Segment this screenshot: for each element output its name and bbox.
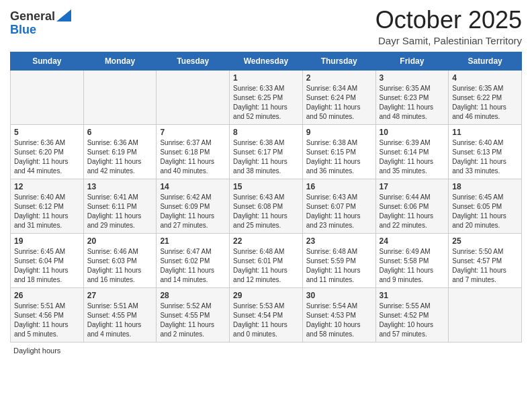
day-number: 19 [14,236,80,246]
day-info: Sunrise: 6:47 AM Sunset: 6:02 PM Dayligh… [160,247,226,285]
day-number: 14 [160,182,226,191]
day-number: 21 [160,236,226,246]
calendar-cell: 1Sunrise: 6:33 AM Sunset: 6:25 PM Daylig… [230,70,303,124]
calendar-cell: 29Sunrise: 5:53 AM Sunset: 4:54 PM Dayli… [230,287,303,342]
day-number: 24 [380,236,445,246]
day-number: 23 [306,236,372,246]
logo-blue-text: Blue [10,24,36,37]
calendar-cell: 12Sunrise: 6:40 AM Sunset: 6:12 PM Dayli… [11,179,84,233]
day-number: 2 [306,73,372,83]
calendar-cell: 18Sunrise: 6:45 AM Sunset: 6:05 PM Dayli… [449,179,522,233]
footer-note: Daylight hours [10,347,522,355]
day-number: 10 [380,128,445,137]
title-block: October 2025 Dayr Samit, Palestinian Ter… [375,7,522,46]
calendar-cell: 27Sunrise: 5:51 AM Sunset: 4:55 PM Dayli… [83,287,157,342]
day-info: Sunrise: 6:46 AM Sunset: 6:03 PM Dayligh… [87,247,153,285]
day-number: 9 [306,128,372,137]
day-info: Sunrise: 6:37 AM Sunset: 6:18 PM Dayligh… [160,138,226,176]
day-number: 16 [306,182,372,191]
calendar-week-row: 5Sunrise: 6:36 AM Sunset: 6:20 PM Daylig… [11,124,522,179]
day-number: 8 [233,128,299,137]
calendar-table: SundayMondayTuesdayWednesdayThursdayFrid… [10,52,522,342]
day-header-thursday: Thursday [302,52,375,70]
day-header-monday: Monday [83,52,157,70]
day-info: Sunrise: 6:35 AM Sunset: 6:23 PM Dayligh… [380,84,445,122]
calendar-cell: 22Sunrise: 6:48 AM Sunset: 6:01 PM Dayli… [230,233,303,287]
day-number: 15 [233,182,299,191]
calendar-cell: 30Sunrise: 5:54 AM Sunset: 4:53 PM Dayli… [302,287,375,342]
calendar-cell: 7Sunrise: 6:37 AM Sunset: 6:18 PM Daylig… [157,124,230,179]
day-info: Sunrise: 6:41 AM Sunset: 6:11 PM Dayligh… [87,193,153,230]
calendar-cell: 19Sunrise: 6:45 AM Sunset: 6:04 PM Dayli… [11,233,84,287]
calendar-cell: 13Sunrise: 6:41 AM Sunset: 6:11 PM Dayli… [83,179,157,233]
daylight-label: Daylight hours [13,347,60,355]
day-number: 27 [87,291,153,300]
day-info: Sunrise: 5:50 AM Sunset: 4:57 PM Dayligh… [452,247,518,285]
day-number: 20 [87,236,153,246]
day-info: Sunrise: 6:34 AM Sunset: 6:24 PM Dayligh… [306,84,372,122]
calendar-cell [11,70,84,124]
calendar-cell: 26Sunrise: 5:51 AM Sunset: 4:56 PM Dayli… [11,287,84,342]
day-info: Sunrise: 6:36 AM Sunset: 6:19 PM Dayligh… [87,138,153,176]
day-info: Sunrise: 5:51 AM Sunset: 4:55 PM Dayligh… [87,302,153,339]
day-number: 26 [14,291,80,300]
calendar-cell: 5Sunrise: 6:36 AM Sunset: 6:20 PM Daylig… [11,124,84,179]
location-subtitle: Dayr Samit, Palestinian Territory [375,35,522,46]
day-info: Sunrise: 5:55 AM Sunset: 4:52 PM Dayligh… [380,302,445,339]
day-info: Sunrise: 6:33 AM Sunset: 6:25 PM Dayligh… [233,84,299,122]
day-header-tuesday: Tuesday [157,52,230,70]
calendar-cell: 16Sunrise: 6:43 AM Sunset: 6:07 PM Dayli… [302,179,375,233]
day-info: Sunrise: 6:44 AM Sunset: 6:06 PM Dayligh… [380,193,445,230]
day-number: 25 [452,236,518,246]
calendar-cell: 28Sunrise: 5:52 AM Sunset: 4:55 PM Dayli… [157,287,230,342]
calendar-cell: 6Sunrise: 6:36 AM Sunset: 6:19 PM Daylig… [83,124,157,179]
calendar-cell: 10Sunrise: 6:39 AM Sunset: 6:14 PM Dayli… [375,124,449,179]
page-header: General Blue October 2025 Dayr Samit, Pa… [10,7,522,46]
day-info: Sunrise: 5:53 AM Sunset: 4:54 PM Dayligh… [233,302,299,339]
day-info: Sunrise: 6:49 AM Sunset: 5:58 PM Dayligh… [380,247,445,285]
day-number: 4 [452,73,518,83]
logo-general-text: General [10,10,55,24]
day-info: Sunrise: 6:45 AM Sunset: 6:04 PM Dayligh… [14,247,80,285]
day-number: 12 [14,182,80,191]
calendar-week-row: 19Sunrise: 6:45 AM Sunset: 6:04 PM Dayli… [11,233,522,287]
day-number: 6 [87,128,153,137]
svg-marker-0 [56,9,71,21]
logo-icon [56,9,71,21]
day-number: 18 [452,182,518,191]
day-header-saturday: Saturday [449,52,522,70]
day-info: Sunrise: 6:43 AM Sunset: 6:08 PM Dayligh… [233,193,299,230]
day-header-sunday: Sunday [11,52,84,70]
calendar-cell: 24Sunrise: 6:49 AM Sunset: 5:58 PM Dayli… [375,233,449,287]
calendar-cell: 8Sunrise: 6:38 AM Sunset: 6:17 PM Daylig… [230,124,303,179]
day-header-friday: Friday [375,52,449,70]
calendar-cell: 31Sunrise: 5:55 AM Sunset: 4:52 PM Dayli… [375,287,449,342]
day-info: Sunrise: 6:36 AM Sunset: 6:20 PM Dayligh… [14,138,80,176]
calendar-week-row: 12Sunrise: 6:40 AM Sunset: 6:12 PM Dayli… [11,179,522,233]
day-info: Sunrise: 6:40 AM Sunset: 6:13 PM Dayligh… [452,138,518,176]
day-info: Sunrise: 6:43 AM Sunset: 6:07 PM Dayligh… [306,193,372,230]
day-number: 31 [380,291,445,300]
calendar-cell: 2Sunrise: 6:34 AM Sunset: 6:24 PM Daylig… [302,70,375,124]
day-info: Sunrise: 6:42 AM Sunset: 6:09 PM Dayligh… [160,193,226,230]
calendar-cell: 4Sunrise: 6:35 AM Sunset: 6:22 PM Daylig… [449,70,522,124]
calendar-week-row: 26Sunrise: 5:51 AM Sunset: 4:56 PM Dayli… [11,287,522,342]
calendar-cell: 21Sunrise: 6:47 AM Sunset: 6:02 PM Dayli… [157,233,230,287]
day-info: Sunrise: 5:52 AM Sunset: 4:55 PM Dayligh… [160,302,226,339]
calendar-cell: 23Sunrise: 6:48 AM Sunset: 5:59 PM Dayli… [302,233,375,287]
calendar-cell [83,70,157,124]
day-number: 11 [452,128,518,137]
day-number: 1 [233,73,299,83]
day-number: 7 [160,128,226,137]
calendar-cell: 11Sunrise: 6:40 AM Sunset: 6:13 PM Dayli… [449,124,522,179]
day-info: Sunrise: 6:48 AM Sunset: 6:01 PM Dayligh… [233,247,299,285]
day-info: Sunrise: 6:45 AM Sunset: 6:05 PM Dayligh… [452,193,518,230]
calendar-week-row: 1Sunrise: 6:33 AM Sunset: 6:25 PM Daylig… [11,70,522,124]
day-number: 29 [233,291,299,300]
day-header-wednesday: Wednesday [230,52,303,70]
day-number: 22 [233,236,299,246]
calendar-cell: 15Sunrise: 6:43 AM Sunset: 6:08 PM Dayli… [230,179,303,233]
day-info: Sunrise: 6:39 AM Sunset: 6:14 PM Dayligh… [380,138,445,176]
day-info: Sunrise: 6:38 AM Sunset: 6:15 PM Dayligh… [306,138,372,176]
calendar-cell: 17Sunrise: 6:44 AM Sunset: 6:06 PM Dayli… [375,179,449,233]
